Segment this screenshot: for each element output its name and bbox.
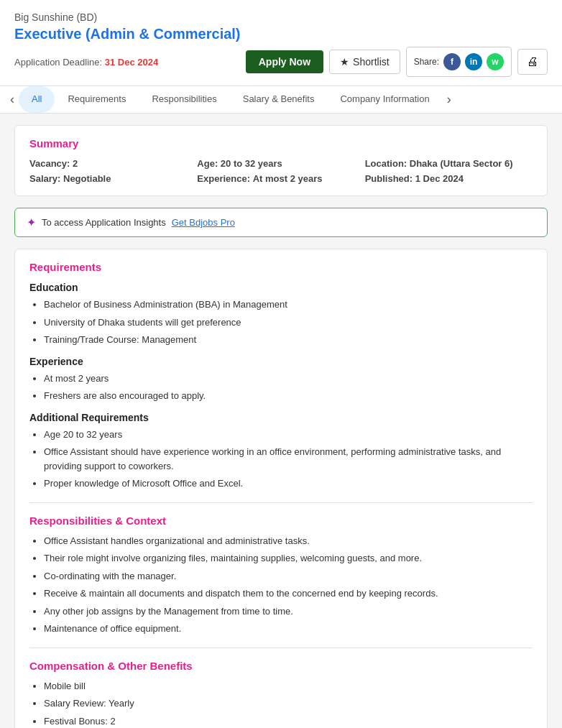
vacancy-info: Vacancy: 2 [29,158,197,169]
whatsapp-icon[interactable]: w [487,53,504,70]
list-item: Training/Trade Course: Management [44,333,533,347]
insights-text: To access Application Insights [42,217,166,228]
education-subtitle: Education [29,282,533,293]
main-content-card: Requirements Education Bachelor of Busin… [14,249,548,728]
published-info: Published: 1 Dec 2024 [365,173,533,184]
insights-bar: ✦ To access Application Insights Get Bdj… [14,208,548,237]
education-list: Bachelor of Business Administration (BBA… [29,298,533,347]
list-item: Maintenance of office equipment. [44,622,533,636]
list-item: Mobile bill [44,679,533,694]
list-item: Office Assistant should have experience … [44,445,533,473]
salary-info: Salary: Negotiable [29,173,197,184]
list-item: Festival Bonus: 2 [44,714,533,729]
experience-list: At most 2 years Freshers are also encour… [29,372,533,403]
share-button[interactable]: Share: f in w [406,47,512,77]
list-item: Age 20 to 32 years [44,428,533,442]
tab-salary-benefits[interactable]: Salary & Benefits [230,86,328,113]
list-item: University of Dhaka students will get pr… [44,315,533,330]
star-icon: ★ [340,56,349,68]
get-bdjobs-pro-link[interactable]: Get Bdjobs Pro [172,217,235,228]
experience-value: At most 2 years [253,173,323,184]
action-buttons: Apply Now ★ Shortlist Share: f in w 🖨 [246,47,548,77]
apply-now-button[interactable]: Apply Now [246,50,323,73]
facebook-icon[interactable]: f [443,53,461,70]
list-item: Office Assistant handles organizational … [44,534,533,548]
list-item: Receive & maintain all documents and dis… [44,586,533,601]
tab-next-button[interactable]: › [443,86,456,113]
tabs-bar: ‹ All Requirements Responsibilities Sala… [0,86,562,114]
list-item: Proper knowledge of Microsoft Office and… [44,476,533,491]
experience-info: Experience: At most 2 years [197,173,364,184]
location-value: Dhaka (Uttara Sector 6) [410,158,513,169]
tab-prev-button[interactable]: ‹ [6,86,19,113]
deadline-info: Application Deadline: 31 Dec 2024 [14,57,158,68]
list-item: Freshers are also encouraged to apply. [44,389,533,403]
list-item: Bachelor of Business Administration (BBA… [44,298,533,312]
list-item: Salary Review: Yearly [44,696,533,711]
tab-requirements[interactable]: Requirements [55,86,139,113]
age-value: 20 to 32 years [221,158,282,169]
responsibilities-title: Responsibilities & Context [29,515,533,527]
list-item: Their role might involve organizing file… [44,551,533,566]
shortlist-button[interactable]: ★ Shortlist [329,50,400,74]
responsibilities-list: Office Assistant handles organizational … [29,534,533,636]
content-area: Summary Vacancy: 2 Age: 20 to 32 years L… [0,114,562,728]
summary-title: Summary [29,137,533,149]
location-info: Location: Dhaka (Uttara Sector 6) [365,158,533,169]
list-item: Any other job assigns by the Management … [44,604,533,619]
summary-grid: Vacancy: 2 Age: 20 to 32 years Location:… [29,158,533,184]
list-item: At most 2 years [44,372,533,386]
list-item: Co-ordinating with the manager. [44,569,533,584]
additional-requirements-list: Age 20 to 32 years Office Assistant shou… [29,428,533,491]
job-title: Executive (Admin & Commercial) [14,26,548,42]
age-info: Age: 20 to 32 years [197,158,364,169]
experience-subtitle: Experience [29,356,533,367]
requirements-title: Requirements [29,261,533,273]
tab-company-information[interactable]: Company Information [327,86,442,113]
sparkle-icon: ✦ [27,216,36,229]
company-name: Big Sunshine (BD) [14,11,548,23]
linkedin-icon[interactable]: in [465,53,482,70]
additional-requirements-subtitle: Additional Requirements [29,412,533,423]
compensation-list: Mobile bill Salary Review: Yearly Festiv… [29,679,533,729]
vacancy-value: 2 [73,158,78,169]
tab-all[interactable]: All [19,86,55,113]
published-value: 1 Dec 2024 [415,173,464,184]
salary-value: Negotiable [63,173,111,184]
tab-responsibilities[interactable]: Responsibilities [139,86,229,113]
share-label: Share: [414,57,439,67]
summary-section: Summary Vacancy: 2 Age: 20 to 32 years L… [14,125,548,196]
print-button[interactable]: 🖨 [517,49,548,75]
deadline-date: 31 Dec 2024 [105,57,158,68]
compensation-title: Compensation & Other Benefits [29,660,533,672]
